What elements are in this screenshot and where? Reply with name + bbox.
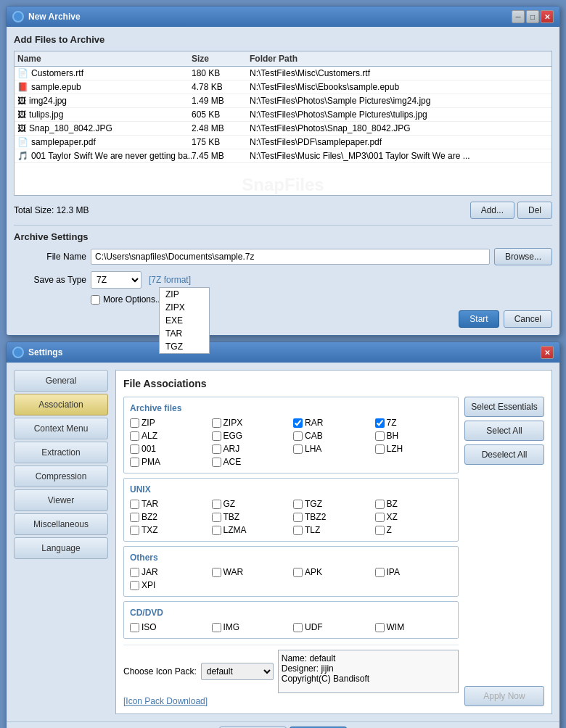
checkbox-wim[interactable]: [375, 623, 385, 632]
checkbox-label-001: 001: [142, 444, 156, 454]
checkbox-7z[interactable]: [375, 418, 385, 428]
settings-close-button[interactable]: ✕: [541, 346, 554, 359]
checkbox-udf[interactable]: [293, 623, 303, 632]
checkbox-tar[interactable]: [130, 500, 139, 509]
checkbox-label-tbz2: TBZ2: [305, 512, 326, 522]
file-size: 2.48 MB: [192, 123, 250, 133]
checkbox-z[interactable]: [375, 526, 385, 535]
file-name: Customers.rtf: [31, 68, 83, 78]
start-button[interactable]: Start: [459, 310, 499, 328]
cddvd-group: CD/DVD ISOIMGUDFWIM: [123, 601, 459, 639]
file-row[interactable]: 📄 samplepaper.pdf 175 KB N:\TestFiles\PD…: [15, 136, 551, 149]
checkbox-egg[interactable]: [212, 431, 221, 441]
minimize-button[interactable]: ─: [512, 10, 525, 23]
deselect-all-button[interactable]: Deselect All: [464, 444, 544, 465]
archive-window: New Archive ─ □ ✕ Add Files to Archive N…: [6, 6, 560, 336]
cancel-button[interactable]: Cancel: [504, 310, 552, 328]
checkbox-cab[interactable]: [293, 431, 303, 441]
checkbox-tlz[interactable]: [293, 526, 303, 535]
browse-button[interactable]: Browse...: [494, 248, 552, 265]
checkbox-label-ipa: IPA: [387, 567, 400, 577]
sidebar-item-general[interactable]: General: [14, 370, 108, 392]
checkbox-tbz[interactable]: [212, 513, 221, 522]
select-essentials-button[interactable]: Select Essentials: [464, 397, 544, 417]
file-row[interactable]: 🖼 img24.jpg 1.49 MB N:\TestFiles\Photos\…: [15, 94, 551, 108]
checkbox-iso[interactable]: [130, 623, 139, 632]
checkbox-zip[interactable]: [130, 418, 139, 428]
file-size: 180 KB: [192, 68, 250, 78]
checkbox-label-udf: UDF: [305, 622, 323, 632]
maximize-button[interactable]: □: [526, 10, 539, 23]
dropdown-tgz[interactable]: TGZ: [160, 340, 209, 353]
file-row[interactable]: 🖼 Snap_180_8042.JPG 2.48 MB N:\TestFiles…: [15, 122, 551, 136]
checkbox-txz[interactable]: [130, 526, 139, 535]
select-all-button[interactable]: Select All: [464, 421, 544, 441]
sidebar-item-viewer[interactable]: Viewer: [14, 489, 108, 511]
checkbox-img[interactable]: [212, 623, 221, 632]
dropdown-exe[interactable]: EXE: [160, 314, 209, 327]
sidebar-item-association[interactable]: Association: [14, 394, 108, 415]
checkbox-zipx[interactable]: [212, 418, 221, 428]
file-name-input[interactable]: [91, 249, 490, 265]
checkbox-ace[interactable]: [212, 458, 221, 467]
check-item-pma: PMA: [130, 457, 208, 467]
check-item-iso: ISO: [130, 622, 208, 632]
sidebar-item-miscellaneous[interactable]: Miscellaneous: [14, 513, 108, 535]
file-path: N:\TestFiles\Misc\Customers.rtf: [250, 68, 549, 78]
checkbox-war[interactable]: [212, 568, 221, 577]
icon-info-copyright: Copyright(C) Bandisoft: [282, 674, 455, 684]
add-button[interactable]: Add...: [470, 202, 514, 219]
checkbox-arj[interactable]: [212, 444, 221, 454]
file-row[interactable]: 📕 sample.epub 4.78 KB N:\TestFiles\Misc\…: [15, 80, 551, 94]
right-panel-buttons: Select Essentials Select All Deselect Al…: [464, 397, 544, 706]
file-row[interactable]: 🎵 001 Taylor Swift We are never getting …: [15, 149, 551, 163]
checkbox-bz[interactable]: [375, 500, 385, 509]
dropdown-tar[interactable]: TAR: [160, 327, 209, 340]
checkbox-lzma[interactable]: [212, 526, 221, 535]
checkbox-bh[interactable]: [375, 431, 385, 441]
checkbox-001[interactable]: [130, 444, 139, 454]
type-dropdown[interactable]: ZIP ZIPX EXE TAR TGZ: [159, 287, 210, 354]
checkbox-label-gz: GZ: [223, 499, 236, 509]
checkbox-rar[interactable]: [293, 418, 303, 428]
file-size: 4.78 KB: [192, 82, 250, 92]
others-group: Others JARWARAPKIPAXPI: [123, 546, 459, 597]
icon-pack-download-link[interactable]: [Icon Pack Download]: [123, 696, 208, 706]
file-row[interactable]: 📄 Customers.rtf 180 KB N:\TestFiles\Misc…: [15, 67, 551, 80]
icon-pack-select[interactable]: default: [201, 663, 274, 680]
check-item-zipx: ZIPX: [212, 418, 290, 428]
checkbox-tgz[interactable]: [293, 500, 303, 509]
dropdown-zipx[interactable]: ZIPX: [160, 301, 209, 314]
checkbox-gz[interactable]: [212, 500, 221, 509]
checkbox-xpi[interactable]: [130, 581, 139, 590]
close-button[interactable]: ✕: [541, 10, 554, 23]
sidebar-item-compression[interactable]: Compression: [14, 466, 108, 487]
checkbox-jar[interactable]: [130, 568, 139, 577]
icon-info-designer: Designer: jijin: [282, 663, 455, 674]
sidebar-item-context-menu[interactable]: Context Menu: [14, 418, 108, 439]
settings-title-bar: Settings ✕: [7, 342, 559, 363]
file-row[interactable]: 🖼 tulips.jpg 605 KB N:\TestFiles\Photos\…: [15, 108, 551, 122]
checkbox-xz[interactable]: [375, 513, 385, 522]
checkbox-pma[interactable]: [130, 458, 139, 467]
check-item-z: Z: [375, 525, 453, 535]
del-button[interactable]: Del: [517, 202, 552, 219]
checkbox-label-tar: TAR: [142, 499, 158, 509]
more-options-checkbox[interactable]: [91, 295, 100, 305]
sidebar-item-extraction[interactable]: Extraction: [14, 442, 108, 463]
apply-now-button[interactable]: Apply Now: [464, 686, 544, 706]
checkbox-bz2[interactable]: [130, 513, 139, 522]
checkbox-label-pma: PMA: [142, 457, 160, 467]
checkbox-label-bh: BH: [387, 431, 399, 441]
checkbox-label-war: WAR: [223, 567, 244, 577]
checkbox-alz[interactable]: [130, 431, 139, 441]
checkbox-lha[interactable]: [293, 444, 303, 454]
sidebar-item-language[interactable]: Language: [14, 537, 108, 559]
dropdown-zip[interactable]: ZIP: [160, 288, 209, 301]
save-as-select[interactable]: 7Z ZIP ZIPX EXE TAR TGZ: [91, 271, 142, 289]
checkbox-ipa[interactable]: [375, 568, 385, 577]
checkbox-apk[interactable]: [293, 568, 303, 577]
file-list-container[interactable]: Name Size Folder Path 📄 Customers.rtf 18…: [14, 51, 552, 196]
checkbox-lzh[interactable]: [375, 444, 385, 454]
checkbox-tbz2[interactable]: [293, 513, 303, 522]
